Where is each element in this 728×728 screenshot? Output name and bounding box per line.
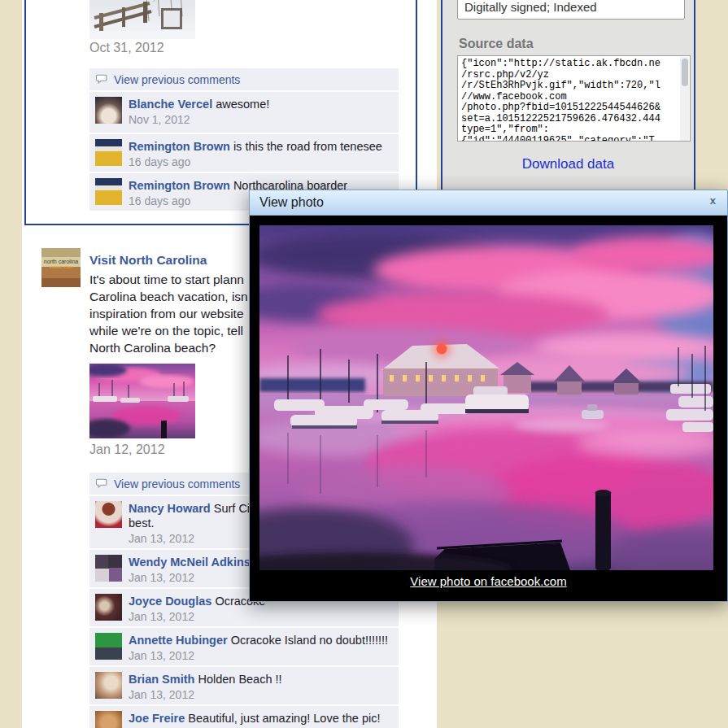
view-photo-dialog: View photo x [249,190,728,602]
comment-date: Jan 13, 2012 [129,609,265,623]
commenter-name[interactable]: Nancy Howard [129,502,211,515]
scrollbar-thumb[interactable] [682,59,688,86]
source-data-textarea[interactable]: {"icon":"http://static.ak.fbcdn.ne /rsrc… [457,55,691,142]
avatar[interactable] [95,139,122,166]
comment-date: Nov 1, 2012 [129,112,269,127]
avatar[interactable] [95,178,122,205]
comment-row: Joe Freire Beautiful, just amazing! Love… [89,706,399,728]
commenter-name[interactable]: Annette Hubinger [129,634,228,647]
avatar[interactable] [95,633,122,660]
post1-date: Oct 31, 2012 [89,41,164,55]
comment-date: 16 days ago [129,155,382,168]
source-data-label: Source data [459,37,534,51]
post2-photo-thumbnail[interactable] [89,364,195,438]
commenter-name[interactable]: Remington Brown [129,179,230,192]
scrollbar-track[interactable] [680,57,689,141]
avatar-caption: north carolina [41,259,81,264]
comment-row: Blanche Vercel awesome! Nov 1, 2012 [89,92,399,133]
avatar[interactable] [95,555,122,582]
page-avatar-visit-north-carolina[interactable]: north carolina visitnc.com [41,248,81,287]
comments-bubble-icon [96,74,109,85]
download-data-link[interactable]: Download data [442,156,694,172]
source-data-json: {"icon":"http://static.ak.fbcdn.ne /rsrc… [458,56,690,142]
comment-row: Brian Smith Holden Beach !! Jan 13, 2012 [89,667,399,704]
comment-date: Jan 13, 2012 [129,687,282,701]
comments-bubble-icon [96,478,109,489]
comment-text-line2: best. [129,516,253,530]
comment-text: Holden Beach !! [198,673,281,686]
comment-text: Ocracoke Island no doubt!!!!!!! [231,634,388,647]
photo-viewer-area: View photo on facebook.com [250,216,727,601]
comment-row: Annette Hubinger Ocracoke Island no doub… [89,628,399,665]
commenter-name[interactable]: Remington Brown [129,140,230,153]
comment-text: Surf Cit [214,502,253,515]
dialog-titlebar[interactable]: View photo x [250,190,727,216]
comment-row: Remington Brown is this the road from te… [89,134,399,172]
comment-text: Beautiful, just amazing! Love the pic! [188,712,380,725]
commenter-name[interactable]: Joyce Douglas [129,595,211,608]
post1-view-previous-comments[interactable]: View previous comments [89,68,399,90]
view-photo-facebook-link[interactable]: View photo on facebook.com [250,574,727,588]
photo-sunset-marina [259,225,713,570]
view-previous-label: View previous comments [114,73,240,86]
commenter-name[interactable]: Brian Smith [129,673,194,686]
comment-text: awesome! [216,98,269,111]
avatar[interactable] [95,672,122,699]
avatar[interactable] [95,97,122,124]
dialog-title: View photo [259,195,324,210]
avatar-caption-url: visitnc.com [41,264,81,269]
comment-date: Jan 13, 2012 [129,531,253,545]
commenter-name[interactable]: Joe Freire [129,712,185,725]
avatar[interactable] [95,501,122,528]
post1-photo-thumbnail[interactable] [89,0,195,39]
post2-date: Jan 12, 2012 [89,442,165,457]
comment-date: Jan 13, 2012 [129,648,388,662]
view-previous-label: View previous comments [114,477,240,490]
close-icon[interactable]: x [710,194,716,207]
comment-text: is this the road from tenesee [233,140,382,153]
avatar[interactable] [95,711,122,728]
avatar[interactable] [95,594,122,621]
commenter-name[interactable]: Wendy McNeil Adkins [129,556,251,569]
post-author-link[interactable]: Visit North Carolina [89,253,207,268]
signed-status-field[interactable]: Digitally signed; Indexed [457,0,685,20]
comment-date: Jan 13, 2012 [129,570,251,584]
commenter-name[interactable]: Blanche Vercel [129,98,212,111]
